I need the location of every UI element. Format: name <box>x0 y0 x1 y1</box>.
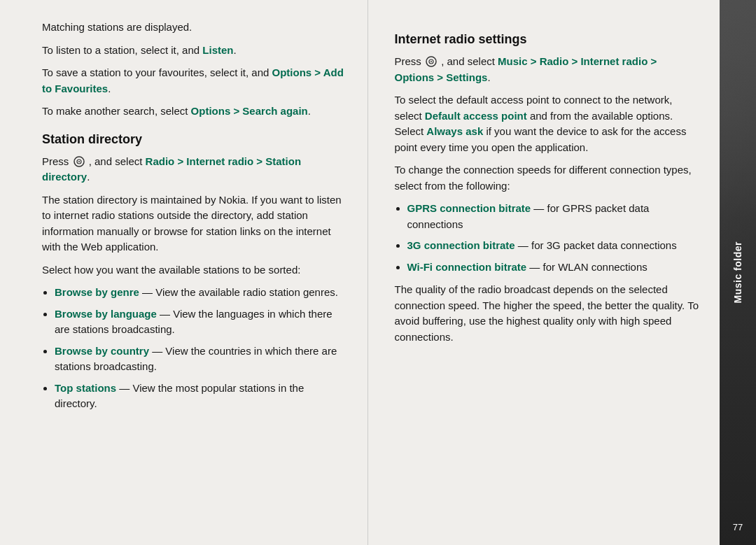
save-text: To save a station to your favourites, se… <box>42 65 346 97</box>
connection-speeds-text: To change the connection speeds for diff… <box>395 162 699 194</box>
matching-text: Matching stations are displayed. <box>42 20 346 36</box>
listen-link: Listen <box>202 44 233 56</box>
3g-link: 3G connection bitrate <box>407 239 515 251</box>
svg-point-5 <box>430 61 432 62</box>
listen-text: To listen to a station, select it, and L… <box>42 43 346 59</box>
list-item: Wi-Fi connection bitrate — for WLAN conn… <box>407 260 699 276</box>
right-column: Internet radio settings Press , and sele… <box>368 0 720 545</box>
connection-types-list: GPRS connection bitrate — for GPRS packe… <box>407 201 699 275</box>
list-item: 3G connection bitrate — for 3G packet da… <box>407 238 699 254</box>
quality-text: The quality of the radio broadcast depen… <box>395 282 699 345</box>
wifi-link: Wi-Fi connection bitrate <box>407 261 527 273</box>
station-directory-list: Browse by genre — View the available rad… <box>55 285 346 412</box>
station-dir-press-text: , and select <box>89 155 146 167</box>
default-access-text: To select the default access point to co… <box>395 92 699 155</box>
station-directory-press: Press , and select Radio > Internet radi… <box>42 154 346 185</box>
browse-language-link: Browse by language <box>55 308 157 320</box>
music-icon-right <box>426 56 437 67</box>
gprs-link: GPRS connection bitrate <box>407 202 531 214</box>
sort-label: Select how you want the available statio… <box>42 262 346 278</box>
internet-radio-heading: Internet radio settings <box>395 32 699 47</box>
svg-point-2 <box>78 161 80 162</box>
options-search-link: Options > Search again <box>191 105 308 117</box>
list-item: Browse by language — View the languages … <box>55 306 346 338</box>
list-item: Browse by country — View the countries i… <box>55 344 346 375</box>
list-item: GPRS connection bitrate — for GPRS packe… <box>407 201 699 232</box>
music-icon <box>74 156 85 167</box>
sidebar: Music folder 77 <box>720 0 756 545</box>
top-stations-link: Top stations <box>55 382 116 394</box>
browse-country-link: Browse by country <box>55 345 149 357</box>
always-ask-link: Always ask <box>426 125 483 137</box>
default-access-link: Default access point <box>425 110 527 122</box>
left-column: Matching stations are displayed. To list… <box>0 0 368 545</box>
browse-genre-link: Browse by genre <box>55 286 139 298</box>
list-item: Browse by genre — View the available rad… <box>55 285 346 301</box>
station-directory-description: The station directory is maintained by N… <box>42 192 346 255</box>
sidebar-label: Music folder <box>732 241 743 303</box>
list-item: Top stations — View the most popular sta… <box>55 381 346 412</box>
internet-radio-press: Press , and select Music > Radio > Inter… <box>395 54 699 85</box>
search-text: To make another search, select Options >… <box>42 104 346 120</box>
page-content: Matching stations are displayed. To list… <box>0 0 756 545</box>
page-number: 77 <box>733 522 743 532</box>
station-directory-heading: Station directory <box>42 132 346 147</box>
